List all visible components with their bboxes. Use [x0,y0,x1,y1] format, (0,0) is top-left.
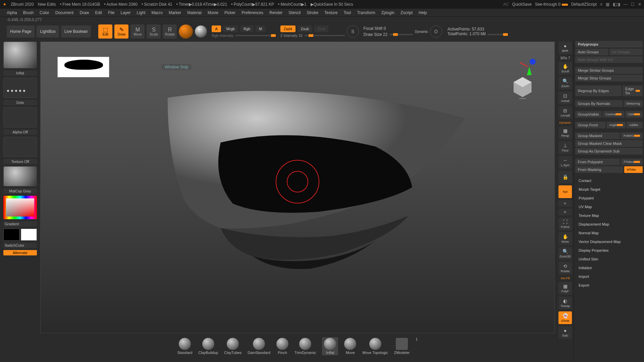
merge-stray-button[interactable]: Merge Stray Groups [575,75,643,81]
alternate-button[interactable]: Alternate [3,250,37,255]
uv-groups-button[interactable]: Uv Groups [609,49,643,55]
swatch-black[interactable] [3,229,19,241]
menu-macro[interactable]: Macro [152,10,163,15]
polyf-button[interactable]: ▦PolyF [558,282,572,295]
menu-zplugin[interactable]: Zplugin [381,10,394,15]
menu-edit[interactable]: Edit [95,10,102,15]
brush-claytubes[interactable]: ClayTubes [224,338,241,355]
max-angle-slider[interactable]: MaxAng [624,100,643,107]
stroke-name-label[interactable]: Dots [3,100,37,105]
actual-button[interactable]: ⊡Actual [558,92,572,104]
menu-light[interactable]: Light [137,10,146,15]
group-visible-button[interactable]: GroupVisible [575,111,602,118]
section-display-properties[interactable]: Display Properties [575,246,643,254]
3d-viewport[interactable]: Window Snip [40,42,555,333]
floor-button[interactable]: ⊥Floor [558,141,572,154]
additive-toggle[interactable]: Additiv [627,122,643,128]
menu-layer[interactable]: Layer [121,10,131,15]
section-displacement-map[interactable]: Displacement Map [575,220,643,228]
auto-groups-uv-button[interactable]: Auto Groups With UV [575,56,643,63]
edge-sa-slider[interactable]: Edge Sa [623,85,643,96]
rgb-intensity-slider[interactable] [235,35,276,36]
move-mode-button[interactable]: MMove [130,24,145,39]
stroke-preview-icon[interactable] [3,78,37,98]
menu-picker[interactable]: Picker [224,10,235,15]
move-nav-button[interactable]: ✋Move [558,232,572,245]
section-unified-skin[interactable]: Unified Skin [575,255,643,263]
zsub-toggle[interactable]: Zsub [298,25,312,32]
section-texture-map[interactable]: Texture Map [575,212,643,220]
minimize-icon[interactable]: — [624,2,628,7]
transp-button[interactable]: ◐Transp [558,297,572,309]
menu-alpha[interactable]: Alpha [7,10,17,15]
angle-slider[interactable]: Angle [606,122,626,128]
alpha-preview-icon[interactable] [3,107,37,127]
cluster-slider[interactable]: Clstr [625,111,643,118]
live-boolean-button[interactable]: Live Boolean [61,25,91,38]
menu-tool[interactable]: Tool [343,10,351,15]
brush-claybuildup[interactable]: ClayBuildup [198,338,218,355]
menu-zscript[interactable]: Zscript [400,10,413,15]
merge-similar-button[interactable]: Merge Similar Groups [575,67,643,74]
menu-material[interactable]: Material [187,10,202,15]
switch-color-button[interactable]: SwitchColor [3,243,37,248]
dynamic-label[interactable]: Dynamic [415,30,428,34]
group-front-button[interactable]: Group Front [575,122,605,128]
brush-standard[interactable]: Standard [177,338,193,355]
sculptris-sphere-icon[interactable] [195,25,207,38]
brush-inflat[interactable]: Inflat [322,337,338,355]
ptolerance-slider[interactable]: PTolera [621,159,643,165]
section-normal-map[interactable]: Normal Map [575,229,643,237]
regroup-edges-button[interactable]: Regroup By Edges [575,85,622,96]
a-toggle[interactable]: A [212,25,221,32]
section-vector-disp-map[interactable]: Vector Displacement Map [575,238,643,246]
scroll-button[interactable]: ✋Scroll [558,62,572,75]
brush-pinch[interactable]: Pinch [276,338,288,355]
group-masked-button[interactable]: Group Masked [575,132,620,139]
menu-brush[interactable]: Brush [23,10,34,15]
menu-stencil[interactable]: Stencil [288,10,301,15]
default-zscript[interactable]: DefaultZScript [571,2,597,7]
gradient-label[interactable]: Gradient [3,221,37,227]
menu-texture[interactable]: Texture [324,10,337,15]
swatch-white[interactable] [21,229,37,241]
quicksave-button[interactable]: QuickSave [512,2,532,7]
seethrough-slider[interactable]: See-through 0 [535,2,568,7]
brush-trimdynamic[interactable]: TrimDynamic [294,338,316,355]
section-morph-target[interactable]: Morph Target [575,185,643,193]
bpr-button[interactable]: ●BPR [558,42,572,54]
zcut-toggle[interactable]: Zcut [314,25,328,32]
z-intensity-slider[interactable] [305,35,345,36]
s-focal-icon[interactable]: S [347,25,359,38]
layout-icon[interactable]: ◧◨ [613,2,620,7]
brush-movetopo[interactable]: Move Topologic [362,338,388,355]
brush-move[interactable]: Move [344,338,356,355]
coverage-slider[interactable]: Covera [603,111,624,118]
mtolerance-slider[interactable]: MToler [624,166,643,173]
draw-size-slider[interactable] [389,34,413,35]
zadd-toggle[interactable]: Zadd [280,25,296,32]
texture-off-label[interactable]: Texture Off [3,159,37,164]
material-label[interactable]: MatCap Gray [3,188,37,194]
section-polypaint[interactable]: Polypaint [575,194,643,202]
from-masking-button[interactable]: From Masking [575,166,623,173]
alpha-off-label[interactable]: Alpha Off [3,129,37,135]
rgb-toggle[interactable]: Rgb [240,25,254,32]
axis-gizmo-icon[interactable] [518,57,538,77]
lock-button[interactable]: 🔒 [558,171,572,183]
nav-cube-icon[interactable] [511,75,534,99]
menu-preferences[interactable]: Preferences [241,10,263,15]
brush-preview-icon[interactable] [3,42,37,68]
grid-icon[interactable]: ▦ [606,2,609,7]
brush-damstandard[interactable]: DamStandard [248,338,270,355]
frame-button[interactable]: ⛶Frame [558,218,572,230]
rot-z-button[interactable]: ⟳ [558,209,572,216]
menu-stroke[interactable]: Stroke [307,10,318,15]
brush-name-label[interactable]: Inflat [3,70,37,76]
menu-color[interactable]: Color [40,10,49,15]
maximize-icon[interactable]: ☐ [631,2,635,7]
section-import[interactable]: Import [575,273,643,281]
zoom3d-button[interactable]: 🔍Zoom3D [558,247,572,260]
gizmo-sphere-icon[interactable] [179,24,193,39]
rot-y-button[interactable]: ↻ [558,200,572,207]
